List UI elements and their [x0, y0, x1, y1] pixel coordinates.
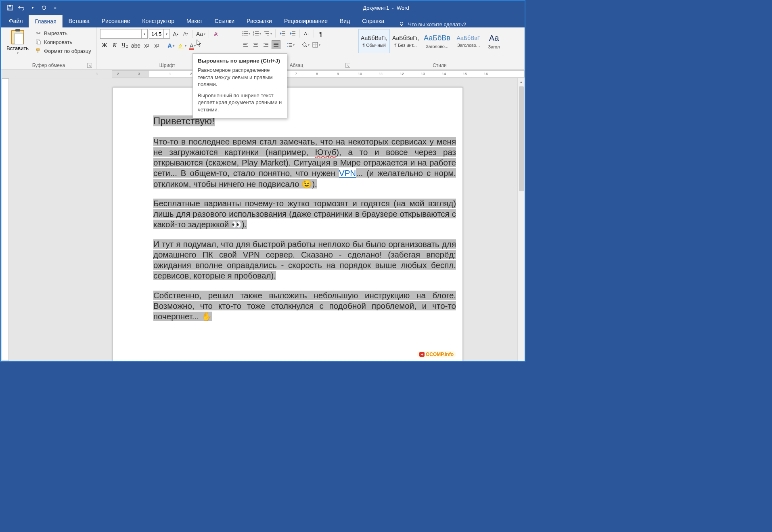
app-name: Word: [397, 5, 409, 11]
align-left-button[interactable]: [241, 40, 250, 49]
tell-me-search[interactable]: Что вы хотите сделать?: [398, 21, 466, 27]
svg-rect-40: [274, 43, 278, 44]
horizontal-ruler[interactable]: 32112345678910111213141516: [112, 70, 525, 77]
align-right-button[interactable]: [262, 40, 270, 49]
shading-button[interactable]: [301, 40, 310, 49]
svg-rect-1: [9, 5, 11, 7]
svg-rect-32: [243, 44, 247, 45]
font-name-combo[interactable]: ▾: [100, 29, 148, 39]
svg-point-12: [243, 33, 244, 34]
tooltip-justify: Выровнять по ширине (Ctrl+J) Равномерное…: [192, 53, 287, 118]
clear-formatting-button[interactable]: A̷: [211, 29, 220, 38]
qat-dropdown-icon[interactable]: ▾: [29, 4, 36, 11]
change-case-button[interactable]: Aa: [195, 29, 206, 38]
tab-layout[interactable]: Макет: [180, 15, 209, 27]
cursor-icon: [197, 40, 202, 48]
justify-button[interactable]: [272, 40, 280, 49]
document-area: Приветствую! Что-то в последнее время ст…: [1, 78, 525, 361]
style-no-spacing[interactable]: АаБбВвГг, ¶ Без инт...: [390, 29, 421, 53]
ruler-tick: 16: [484, 72, 488, 76]
link-vpn[interactable]: VPN: [339, 168, 356, 178]
strikethrough-button[interactable]: abc: [130, 41, 141, 50]
svg-rect-24: [267, 35, 269, 36]
style-heading2[interactable]: АаБбВвГ Заголово...: [453, 29, 484, 53]
tab-home[interactable]: Главная: [29, 15, 62, 27]
chevron-down-icon[interactable]: ▾: [163, 29, 169, 38]
watermark: + OCOMP.info: [417, 351, 456, 358]
group-label-clipboard: Буфер обмена ↘: [4, 61, 93, 69]
save-icon[interactable]: [6, 4, 14, 11]
qat-customize-icon[interactable]: ≡: [52, 4, 59, 11]
paste-button[interactable]: Вставить ▾: [4, 29, 31, 56]
paragraph-4[interactable]: Собственно, решил также выложить небольш…: [153, 290, 456, 322]
tab-design[interactable]: Конструктор: [136, 15, 180, 27]
ruler-tick: 8: [316, 72, 318, 76]
format-painter-button[interactable]: Формат по образцу: [33, 47, 93, 55]
font-color-button[interactable]: A: [188, 41, 197, 50]
ruler-tick: 14: [442, 72, 446, 76]
highlight-button[interactable]: [177, 41, 187, 50]
tab-file[interactable]: Файл: [3, 15, 29, 27]
styles-gallery[interactable]: АаБбВвГг, ¶ Обычный АаБбВвГг, ¶ Без инт.…: [358, 29, 521, 61]
font-size-combo[interactable]: 14,5 ▾: [149, 29, 170, 39]
increase-indent-button[interactable]: [288, 29, 297, 38]
tab-insert[interactable]: Вставка: [63, 15, 96, 27]
window-title: Документ1 - Word: [363, 5, 409, 11]
redo-icon[interactable]: [40, 4, 48, 11]
page-scroll-area[interactable]: Приветствую! Что-то в последнее время ст…: [10, 78, 525, 361]
bold-button[interactable]: Ж: [100, 41, 109, 50]
watermark-text: OCOMP.info: [426, 352, 454, 357]
paragraph-3[interactable]: И тут я подумал, что для быстрой работы …: [153, 239, 456, 281]
dialog-launcher-clipboard[interactable]: ↘: [87, 63, 92, 68]
grow-font-button[interactable]: A▴: [171, 29, 180, 38]
page[interactable]: Приветствую! Что-то в последнее время ст…: [113, 87, 463, 361]
chevron-down-icon[interactable]: ▾: [141, 29, 147, 38]
underline-button[interactable]: Ч: [120, 41, 129, 50]
svg-rect-33: [243, 46, 248, 47]
tab-help[interactable]: Справка: [356, 15, 390, 27]
style-heading1[interactable]: АаБбВв Заголово...: [421, 29, 453, 53]
superscript-button[interactable]: x2: [153, 41, 161, 50]
tab-references[interactable]: Ссылки: [209, 15, 241, 27]
align-center-button[interactable]: [251, 40, 260, 49]
style-preview: Аа: [486, 34, 502, 43]
multilevel-list-button[interactable]: [263, 29, 273, 38]
style-title[interactable]: Аа Загол: [484, 29, 504, 53]
scroll-up-icon[interactable]: ▴: [518, 78, 525, 86]
italic-button[interactable]: К: [110, 41, 119, 50]
tab-draw[interactable]: Рисование: [96, 15, 136, 27]
svg-rect-37: [264, 43, 268, 44]
style-normal[interactable]: АаБбВвГг, ¶ Обычный: [358, 29, 390, 53]
subscript-button[interactable]: x2: [142, 41, 151, 50]
svg-rect-44: [289, 43, 292, 44]
paragraph-2[interactable]: Бесплатные варианты почему-то жутко торм…: [153, 198, 456, 230]
paragraph-1[interactable]: Что-то в последнее время стал замечать, …: [153, 136, 456, 189]
decrease-indent-button[interactable]: [278, 29, 287, 38]
text-effects-button[interactable]: A: [167, 41, 176, 50]
ruler-tick: 15: [463, 72, 467, 76]
copy-label: Копировать: [44, 39, 72, 45]
dialog-launcher-paragraph[interactable]: ↘: [345, 63, 350, 68]
tab-mailings[interactable]: Рассылки: [241, 15, 278, 27]
svg-rect-2: [8, 8, 12, 10]
copy-button[interactable]: Копировать: [33, 38, 93, 46]
show-marks-button[interactable]: ¶: [316, 29, 325, 38]
svg-rect-8: [38, 50, 38, 53]
shrink-font-button[interactable]: A▾: [181, 29, 190, 38]
line-spacing-button[interactable]: [286, 40, 295, 49]
vertical-scrollbar[interactable]: ▴: [517, 78, 525, 361]
tab-review[interactable]: Рецензирование: [278, 15, 334, 27]
svg-rect-27: [282, 35, 285, 36]
group-styles: АаБбВвГг, ¶ Обычный АаБбВвГг, ¶ Без инт.…: [355, 27, 525, 69]
bullets-button[interactable]: [241, 29, 251, 38]
borders-button[interactable]: [312, 40, 321, 49]
scrollbar-thumb[interactable]: [519, 86, 524, 191]
numbering-button[interactable]: 123: [252, 29, 262, 38]
sort-button[interactable]: A↓: [302, 29, 311, 38]
undo-icon[interactable]: [18, 4, 25, 11]
vertical-ruler[interactable]: [2, 78, 9, 361]
text: Собственно, решил также выложить небольш…: [153, 291, 456, 321]
cut-label: Вырезать: [44, 30, 67, 36]
tab-view[interactable]: Вид: [334, 15, 356, 27]
cut-button[interactable]: ✂ Вырезать: [33, 29, 93, 37]
